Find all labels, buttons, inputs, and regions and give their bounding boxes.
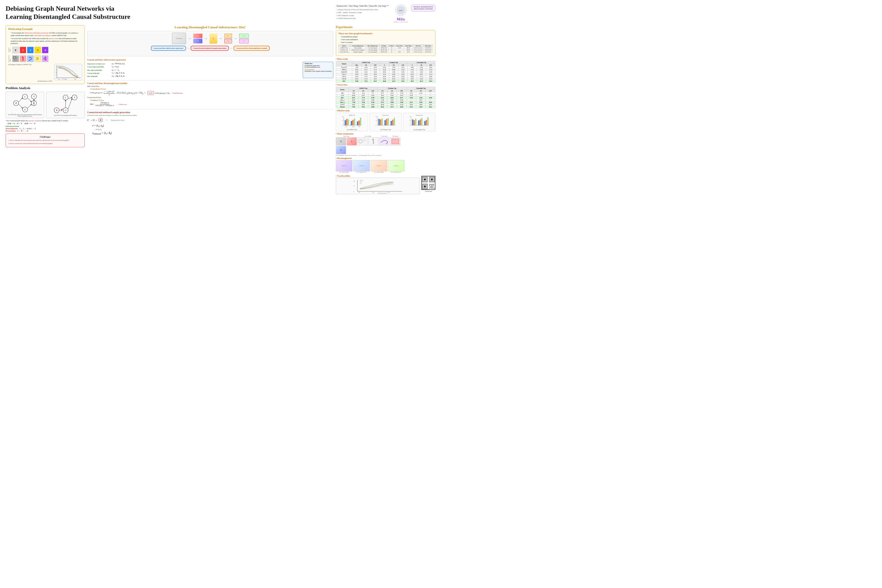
disent-cap-3: (c) z_c labeled by digit. <box>370 171 387 173</box>
nips-logo: NEURAL INFORMATIONPROCESSING SYSTEMS <box>411 4 435 12</box>
motivating-bullet-2: • In severe bias scenarios, the GNNs lea… <box>11 37 82 45</box>
mask-orig-2: 2 <box>336 146 346 154</box>
mila-logo: Mila <box>397 17 405 21</box>
cb-q-box: (Cbq) <box>147 91 154 95</box>
university-logo: BUPT <box>395 4 406 16</box>
svg-text:CMNIST-75sp: CMNIST-75sp <box>349 115 355 116</box>
svg-text:G: G <box>65 109 66 111</box>
experiments-title: Experiments <box>336 25 435 29</box>
svg-text:50: 50 <box>410 120 411 121</box>
svg-text:80: 80 <box>376 116 377 117</box>
authors-text: Shaohua Fan¹·², Xiao Wang¹, Yanhu Mo¹, C… <box>337 4 388 8</box>
disent-cap-2: (b) z_b labeled by color. <box>353 171 370 173</box>
flow-formula: C → G ← B <box>87 118 103 122</box>
amplifying-label: ← Amplifying bias <box>171 92 183 94</box>
svg-text:0.7: 0.7 <box>56 74 57 75</box>
decorrelation-row: Decorrelation: C ← ✗ ← → B <box>6 130 85 132</box>
generator-title: Causal and bias substructure generator <box>87 58 333 61</box>
main-results-table: Dataset CMNIST-75sp CFashion-75sp CKuzus… <box>336 61 435 82</box>
cfactual-flow-row: C → G ← B → Permute bias vector <box>87 118 333 122</box>
bench-item-1: Controllable bias degree <box>340 36 433 38</box>
benchmark-table: Dataset Causal subgraph type Bias subgra… <box>338 44 433 53</box>
unseen-bias-table: Dataset CMNIST-75sp CFashion-75sp CKuzus… <box>336 87 435 108</box>
svg-text:1.0: 1.0 <box>56 66 57 67</box>
svg-text:0.6: 0.6 <box>56 77 57 78</box>
benchmarks-list: Controllable bias degree Clear causal ex… <box>340 36 433 44</box>
divider-2 <box>87 109 333 110</box>
svg-rect-129 <box>432 184 433 185</box>
svg-text:B: B <box>15 102 16 104</box>
unseen-DisC2: DisC(u)79.5078.6360.0060.5463.7260.5050.… <box>336 106 435 108</box>
transferability-section: • Transferability 0.2 0.4 0.6 Pruned edg… <box>336 174 420 194</box>
result-factoGCN: FactoGCN72.8063.5062.5063.5057.9045.7832… <box>336 66 435 69</box>
qr-code <box>422 176 435 190</box>
original-images-row: 0 1 2 3 4 <box>12 47 48 53</box>
qr-section: Code & data <box>422 176 435 192</box>
scm-diagrams: B C G E <box>6 92 85 118</box>
paths-text: (1) B → G → E → Y (2) B ↔ C → Y <box>8 123 85 124</box>
svg-text:0: 0 <box>376 125 376 126</box>
global-view-line-2: In whole population level <box>304 66 332 68</box>
ablation-charts: CMNIST-75sp <box>336 113 435 131</box>
gce-formula-row: GCE(Cb(z; αb), y) = 1 − Cbq(z; αb)q q ∂G… <box>90 90 333 96</box>
gce-section: • Generalized CE loss GCE(Cb(z; αb), y) … <box>90 88 333 96</box>
svg-rect-58 <box>348 119 349 125</box>
svg-point-101 <box>358 140 362 143</box>
gce-lhs: GCE(Cb(z; αb), y) = 1 − Cbq(z; αb)q q <box>90 90 115 96</box>
svg-rect-96 <box>426 120 427 125</box>
transformed-2 <box>27 56 34 62</box>
svg-text:C: C <box>65 96 66 99</box>
th-classes: #Classes <box>388 45 395 47</box>
ablation-caption-2: (b) CFashion-75sp <box>370 129 400 130</box>
svg-text:0.2: 0.2 <box>359 192 360 193</box>
disent-img-1: t-SNE plot <box>336 160 352 171</box>
arrow-sep: ∂GCE(Cb(z;αb),y) / ∂θb = <box>117 91 146 95</box>
svg-rect-63 <box>358 120 360 125</box>
svg-rect-92 <box>418 120 420 125</box>
digit-3: 3 <box>34 47 41 53</box>
svg-text:0.4: 0.4 <box>373 192 374 193</box>
transferability-row: • Transferability 0.2 0.4 0.6 Pruned edg… <box>336 174 435 194</box>
svg-text:50: 50 <box>376 120 377 121</box>
bench-item-3: Easy to visualize <box>340 41 433 44</box>
svg-rect-59 <box>351 121 352 125</box>
affil-4: 4. CIFAR AI Research Chair <box>337 17 388 20</box>
svg-text:0.8: 0.8 <box>56 72 57 73</box>
transformed-0 <box>12 56 19 62</box>
header-right: Shaohua Fan¹·², Xiao Wang¹, Yanhu Mo¹, C… <box>313 4 435 23</box>
svg-text:CFashion-75sp: CFashion-75sp <box>382 115 388 116</box>
eq-causal-prob: Causal edge probability cij = σ(αij). <box>87 66 298 68</box>
svg-rect-140 <box>434 188 434 188</box>
disentanglement-exp-section: • Disentanglement t-SNE plot (a) z_c lab… <box>336 157 435 173</box>
svg-point-4 <box>15 59 16 61</box>
counterfactual-title: Counterfactual unbiased sample generatio… <box>87 111 333 114</box>
global-view-title: Global view: <box>304 63 332 64</box>
poster: Debiasing Graph Neural Networks via Lear… <box>0 0 441 294</box>
disent-img-2: t-SNE plot <box>353 160 370 171</box>
svg-line-32 <box>19 104 22 108</box>
svg-text:0.85: 0.85 <box>58 79 60 80</box>
svg-text:GNN: GNN <box>358 126 360 128</box>
mask-viz-title: • Mask visualization <box>336 133 435 135</box>
global-view-box: Global view: in individual graph level I… <box>303 62 333 78</box>
bench-row-2: CFashion-75spFashion product subgraphCol… <box>339 49 433 51</box>
result-stableGNN: StableGNN69.8451.3044.5068.0451.8051.803… <box>336 71 435 73</box>
right-column: Experiments Three new bias graph benchma… <box>336 25 435 194</box>
scm-b-caption: (b) SCM of our debiasing GNN method. <box>54 115 77 116</box>
svg-rect-79 <box>388 118 389 125</box>
affil-2: 2. Mila – Québec AI Institute, Canada <box>337 11 388 14</box>
svg-text:0.95: 0.95 <box>75 79 76 80</box>
mask-orig-1: 1 <box>346 137 357 146</box>
ablation-section: • Ablation study CMNIST-75sp <box>336 110 435 131</box>
svg-text:GIN+a.G: GIN+a.G <box>360 180 364 181</box>
generator-component: Causal and bias substructure generator <box>151 46 186 51</box>
disent-img-4: t-SNE plot <box>388 160 405 171</box>
unseen-bias-title: • Unseen bias <box>336 84 435 86</box>
benchmarks-title: Three new bias graph benchmarks <box>338 32 433 35</box>
svg-rect-131 <box>429 185 430 186</box>
benchmarks-box: Three new bias graph benchmarks Controll… <box>336 30 435 56</box>
challenge-2: 2. How to extract the causal substructur… <box>8 142 82 144</box>
fig-b-caption: (b) Performance of GNNs. <box>8 80 82 82</box>
svg-line-33 <box>28 104 32 108</box>
svg-line-8 <box>44 57 46 59</box>
